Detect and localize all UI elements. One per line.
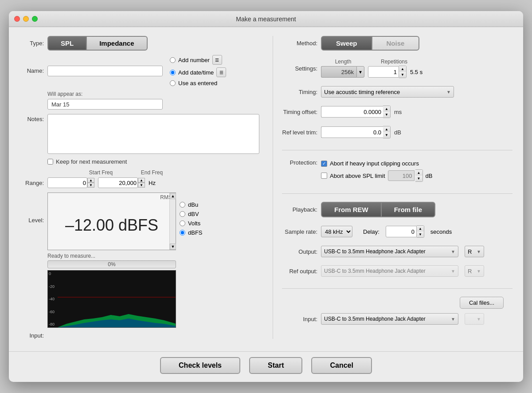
delay-down[interactable]: ▼	[417, 232, 424, 237]
spl-up[interactable]: ▲	[415, 170, 422, 176]
ref-level-input-group: 0.0 ▲ ▼	[321, 126, 391, 138]
sample-rate-select[interactable]: 48 kHz	[321, 226, 352, 237]
type-spl-button[interactable]: SPL	[47, 36, 86, 51]
protection-options: ✓ Abort if heavy input clipping occurs A…	[321, 160, 432, 182]
notes-textarea[interactable]	[47, 114, 259, 154]
ref-level-label: Ref level trim:	[282, 129, 317, 136]
add-datetime-radio[interactable]	[170, 70, 176, 75]
protection-row: Protection: ✓ Abort if heavy input clipp…	[282, 158, 512, 182]
add-number-radio[interactable]	[170, 57, 176, 63]
sample-rate-label: Sample rate:	[282, 228, 317, 235]
input-channel-dropdown[interactable]: ▼	[465, 313, 484, 325]
minimize-button[interactable]	[23, 16, 29, 22]
level-scroll-up[interactable]: ▲	[170, 193, 176, 199]
timing-offset-up[interactable]: ▲	[383, 106, 390, 112]
start-freq-up[interactable]: ▲	[87, 178, 94, 183]
reps-spin-btns: ▲ ▼	[399, 66, 407, 78]
reps-col-header: Repetitions	[374, 59, 414, 65]
input-device-label: Input:	[282, 316, 317, 322]
hz-unit: Hz	[149, 180, 156, 186]
cancel-button[interactable]: Cancel	[311, 357, 372, 374]
method-row: Method: Sweep Noise	[282, 36, 512, 51]
timing-offset-down[interactable]: ▼	[383, 112, 390, 118]
start-freq-down[interactable]: ▼	[87, 183, 94, 188]
reps-up[interactable]: ▲	[399, 66, 406, 72]
ref-level-up[interactable]: ▲	[383, 126, 390, 132]
start-freq-spinner: 0 ▲ ▼	[47, 177, 94, 188]
use-as-entered-radio[interactable]	[170, 80, 176, 86]
end-freq-down[interactable]: ▼	[138, 183, 145, 188]
range-inputs: Range: 0 ▲ ▼ 20,000 ▲ ▼	[20, 177, 259, 188]
dbfs-radio[interactable]	[180, 230, 185, 236]
output-channel: R	[468, 248, 472, 255]
delay-up[interactable]: ▲	[417, 226, 424, 232]
output-channel-dropdown[interactable]: R ▼	[465, 246, 484, 257]
level-scroll-down[interactable]: ▼	[170, 244, 176, 250]
length-col-header: Length	[321, 59, 365, 65]
reps-down[interactable]: ▼	[399, 72, 406, 78]
from-file-button[interactable]: From file	[381, 202, 435, 217]
from-rew-button[interactable]: From REW	[321, 202, 381, 217]
end-freq-spin-btns: ▲ ▼	[138, 178, 145, 188]
name-input[interactable]	[47, 66, 163, 76]
end-freq-input[interactable]: 20,000	[98, 177, 138, 188]
playback-button-group: From REW From file	[321, 202, 435, 217]
add-datetime-label: Add date/time	[178, 69, 214, 76]
abort-spl-checkbox[interactable]	[321, 173, 327, 179]
input-channel-arrow: ▼	[477, 317, 481, 322]
ref-output-channel: R	[468, 268, 472, 275]
dbv-radio[interactable]	[180, 211, 185, 217]
add-number-icon-btn[interactable]: ☰	[212, 55, 222, 65]
titlebar-buttons	[14, 16, 38, 22]
level-scroll: ▲ ▼	[169, 193, 176, 250]
protection-label: Protection:	[282, 158, 317, 166]
end-freq-up[interactable]: ▲	[138, 178, 145, 183]
settings-values-row: 256k ▼ 1 ▲ ▼ 5.5 s	[321, 66, 422, 78]
start-button[interactable]: Start	[249, 357, 302, 374]
add-datetime-row: Add date/time ☰	[170, 67, 226, 77]
keep-label: Keep for next measurement	[56, 158, 127, 165]
method-label: Method:	[282, 40, 317, 47]
maximize-button[interactable]	[32, 16, 38, 22]
start-freq-input[interactable]: 0	[47, 177, 87, 188]
range-section: Start Freq End Freq Range: 0 ▲ ▼ 20,000	[20, 169, 259, 188]
sweep-button[interactable]: Sweep	[321, 36, 372, 51]
length-dropdown-arrow[interactable]: ▼	[356, 66, 364, 78]
timing-offset-unit: ms	[394, 109, 402, 115]
type-impedance-button[interactable]: Impedance	[86, 36, 147, 51]
start-freq-label: Start Freq	[75, 169, 126, 176]
keep-checkbox[interactable]	[47, 159, 53, 165]
range-labels: Start Freq End Freq	[47, 169, 259, 176]
unit-radios: dBu dBV Volts dBFS	[180, 193, 203, 236]
input-device-dropdown[interactable]: USB-C to 3.5mm Headphone Jack Adapter ▼	[321, 313, 458, 325]
ref-output-channel-dropdown[interactable]: R ▼	[465, 265, 484, 277]
start-freq-spin-btns: ▲ ▼	[87, 178, 94, 188]
output-channel-arrow: ▼	[477, 249, 481, 254]
timing-offset-row: Timing offset: 0.0000 ▲ ▼ ms	[282, 106, 512, 118]
volts-radio[interactable]	[180, 220, 185, 226]
check-levels-button[interactable]: Check levels	[160, 357, 240, 374]
noise-button[interactable]: Noise	[372, 36, 420, 51]
timing-dropdown[interactable]: Use acoustic timing reference ▼	[321, 86, 454, 98]
divider-3	[282, 288, 512, 289]
spl-down[interactable]: ▼	[415, 176, 422, 181]
ref-output-dropdown[interactable]: USB-C to 3.5mm Headphone Jack Adapter ▼	[321, 265, 458, 277]
output-dropdown-arrow: ▼	[451, 249, 455, 254]
abort-clipping-checkbox[interactable]: ✓	[321, 161, 327, 167]
spl-unit: dB	[426, 173, 433, 179]
ready-label: Ready to measure...	[47, 253, 176, 259]
sample-rate-row: Sample rate: 48 kHz Delay: 0 ▲ ▼ seconds	[282, 225, 512, 238]
close-button[interactable]	[14, 16, 20, 22]
cal-files-button[interactable]: Cal files...	[460, 297, 504, 309]
timing-offset-value: 0.0000	[321, 106, 383, 118]
ref-level-down[interactable]: ▼	[383, 132, 390, 138]
dbu-radio[interactable]	[180, 202, 185, 208]
ref-output-label: Ref output:	[282, 268, 317, 275]
add-datetime-icon-btn[interactable]: ☰	[216, 67, 226, 77]
divider-2	[282, 193, 512, 194]
will-appear-label: Will appear as:	[47, 91, 259, 97]
type-label: Type:	[20, 40, 44, 47]
dbfs-row: dBFS	[180, 229, 203, 236]
type-row: Type: SPL Impedance	[20, 36, 259, 51]
output-dropdown[interactable]: USB-C to 3.5mm Headphone Jack Adapter ▼	[321, 246, 458, 257]
